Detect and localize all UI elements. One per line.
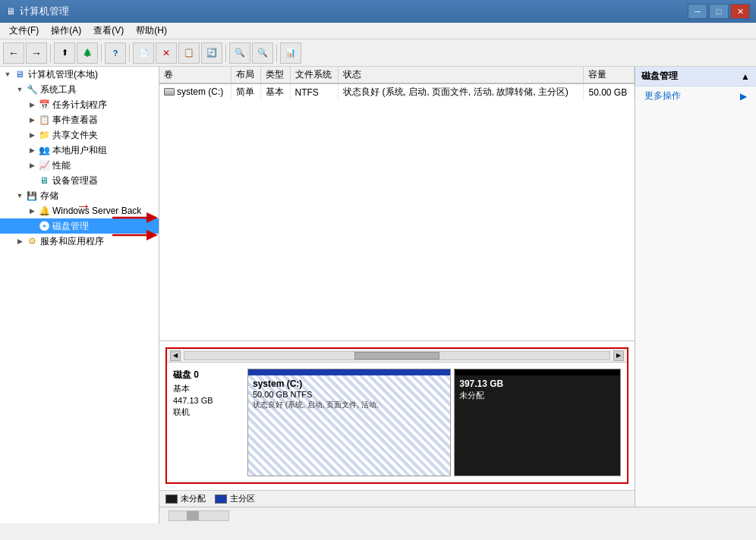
titlebar-controls: ─ □ ✕ — [688, 4, 750, 19]
search-button[interactable]: 🔍 — [229, 42, 250, 64]
content-ops: 卷 布局 类型 文件系统 状态 容量 — [159, 67, 756, 507]
tree-event-toggle[interactable]: ▶ — [26, 114, 38, 126]
titlebar-title: 计算机管理 — [20, 5, 69, 18]
tree-performance[interactable]: ▶ 📈 性能 — [0, 158, 159, 173]
menu-file[interactable]: 文件(F) — [3, 23, 45, 39]
titlebar-left: 🖥 计算机管理 — [6, 5, 69, 18]
toolbar: ← → ⬆ 🌲 ? 📄 ✕ 📋 🔄 🔍 🔍 📊 — [0, 39, 756, 67]
cell-filesystem: NTFS — [290, 83, 339, 100]
menubar: 文件(F) 操作(A) 查看(V) 帮助(H) — [0, 23, 756, 39]
legend-unalloc-label: 未分配 — [181, 493, 206, 504]
ops-section-label: 磁盘管理 — [641, 70, 678, 83]
event-icon: 📋 — [38, 114, 50, 126]
tools-icon: 🔧 — [26, 83, 38, 96]
legend-primary-label: 主分区 — [230, 493, 255, 504]
tree-root[interactable]: ▼ 🖥 计算机管理(本地) — [0, 67, 159, 82]
scroll-left[interactable]: ◀ — [170, 350, 181, 361]
statusbar-text — [232, 511, 235, 520]
toolbar-sep-5 — [276, 44, 277, 62]
disk-mgmt-icon: 💿 — [38, 220, 50, 232]
tree-device-manager[interactable]: 🖥 设备管理器 — [0, 173, 159, 188]
partition-unalloc[interactable]: 397.13 GB 未分配 — [454, 369, 621, 476]
tree-windows-backup[interactable]: ▶ 🔔 Windows Server Back — [0, 203, 159, 218]
statusbar-scroll[interactable] — [169, 510, 229, 521]
tree-services-toggle[interactable]: ▶ — [14, 235, 26, 247]
legend-bar: 未分配 主分区 — [159, 490, 635, 507]
tree-storage[interactable]: ▼ 💾 存储 — [0, 188, 159, 203]
tree-shared-toggle[interactable]: ▶ — [26, 129, 38, 141]
cell-volume: system (C:) — [159, 83, 232, 100]
legend-primary-box — [215, 494, 227, 504]
partition-system[interactable]: system (C:) 50.00 GB NTFS 状态良好 (系统, 启动, … — [247, 369, 451, 476]
cell-capacity: 50.00 GB — [584, 83, 635, 100]
tree-storage-toggle[interactable]: ▼ — [14, 190, 26, 202]
tree-services-label: 服务和应用程序 — [40, 235, 104, 248]
tree-system-tools-label: 系统工具 — [40, 83, 77, 96]
menu-action[interactable]: 操作(A) — [45, 23, 87, 39]
folder-icon: 📁 — [38, 129, 50, 141]
col-status: 状态 — [339, 67, 584, 83]
partition-system-status: 状态良好 (系统, 启动, 页面文件, 活动, — [253, 400, 446, 410]
properties-button[interactable]: 📋 — [178, 42, 200, 64]
cell-layout: 简单 — [232, 83, 261, 100]
ops-more-label: 更多操作 — [644, 89, 681, 102]
tree-shared-label: 共享文件夹 — [52, 129, 98, 142]
tree-users-toggle[interactable]: ▶ — [26, 144, 38, 156]
up-button[interactable]: ⬆ — [54, 42, 75, 64]
tree-button[interactable]: 🌲 — [77, 42, 98, 64]
statusbar-thumb — [187, 511, 199, 520]
tree-services-apps[interactable]: ▶ ⚙ 服务和应用程序 — [0, 234, 159, 249]
table-header-row: 卷 布局 类型 文件系统 状态 容量 — [159, 67, 635, 83]
forward-button[interactable]: → — [26, 42, 47, 64]
tree-event-viewer[interactable]: ▶ 📋 事件查看器 — [0, 112, 159, 127]
menu-view[interactable]: 查看(V) — [87, 23, 130, 39]
tree-task-scheduler[interactable]: ▶ 📅 任务计划程序 — [0, 97, 159, 112]
delete-button[interactable]: ✕ — [156, 42, 177, 64]
tree-task-toggle[interactable]: ▶ — [26, 99, 38, 111]
tree-perf-toggle[interactable]: ▶ — [26, 159, 38, 171]
scrollbar-thumb[interactable] — [354, 352, 439, 359]
back-button[interactable]: ← — [3, 42, 24, 64]
scroll-right[interactable]: ▶ — [613, 350, 624, 361]
performance-icon: 📈 — [38, 159, 50, 171]
ops-more-arrow: ▶ — [740, 91, 747, 102]
help-button[interactable]: ? — [105, 42, 126, 64]
scrollbar-track[interactable] — [184, 351, 610, 360]
device-icon: 🖥 — [38, 174, 50, 187]
task-icon: 📅 — [38, 99, 50, 111]
tree-shared-folders[interactable]: ▶ 📁 共享文件夹 — [0, 127, 159, 143]
ops-more-actions[interactable]: 更多操作 ▶ — [635, 86, 756, 105]
tree-system-tools[interactable]: ▼ 🔧 系统工具 — [0, 82, 159, 97]
tree-local-users[interactable]: ▶ 👥 本地用户和组 — [0, 143, 159, 158]
partition-system-size: 50.00 GB NTFS — [253, 390, 446, 399]
col-filesystem: 文件系统 — [290, 67, 339, 83]
services-icon: ⚙ — [26, 235, 38, 247]
filter-button[interactable]: 🔍 — [252, 42, 273, 64]
minimize-button[interactable]: ─ — [688, 4, 707, 19]
chart-button[interactable]: 📊 — [280, 42, 301, 64]
tree-storage-label: 存储 — [40, 190, 58, 202]
tree-task-label: 任务计划程序 — [52, 99, 107, 111]
ops-section-header: 磁盘管理 ▲ — [635, 67, 756, 86]
titlebar: 🖥 计算机管理 ─ □ ✕ — [0, 0, 756, 23]
computer-icon: 🖥 — [14, 68, 26, 80]
disk-visual-container: ◀ ▶ 磁盘 0 基本 447.13 GB 联机 — [165, 347, 628, 484]
new-button[interactable]: 📄 — [133, 42, 154, 64]
refresh-button[interactable]: 🔄 — [201, 42, 222, 64]
col-capacity: 容量 — [584, 67, 635, 83]
storage-icon: 💾 — [26, 190, 38, 202]
table-row[interactable]: system (C:) 简单 基本 NTFS 状态良好 (系统, 启动, 页面文… — [159, 83, 635, 100]
toolbar-sep-3 — [129, 44, 130, 62]
tree-panel: ▼ 🖥 计算机管理(本地) ▼ 🔧 系统工具 ▶ 📅 任务计划程序 ▶ 📋 事件… — [0, 67, 159, 523]
tree-root-toggle[interactable]: ▼ — [2, 68, 14, 80]
tree-event-label: 事件查看器 — [52, 114, 98, 127]
disk-name-label: 磁盘 0 — [173, 369, 241, 381]
disk-status-label: 联机 — [173, 407, 241, 418]
maximize-button[interactable]: □ — [709, 4, 729, 19]
col-type: 类型 — [260, 67, 290, 83]
menu-help[interactable]: 帮助(H) — [130, 23, 173, 39]
tree-disk-management[interactable]: 💿 磁盘管理 — [0, 218, 159, 234]
close-button[interactable]: ✕ — [730, 4, 750, 19]
tree-system-toggle[interactable]: ▼ — [14, 83, 26, 96]
tree-backup-toggle[interactable]: ▶ — [26, 205, 38, 217]
